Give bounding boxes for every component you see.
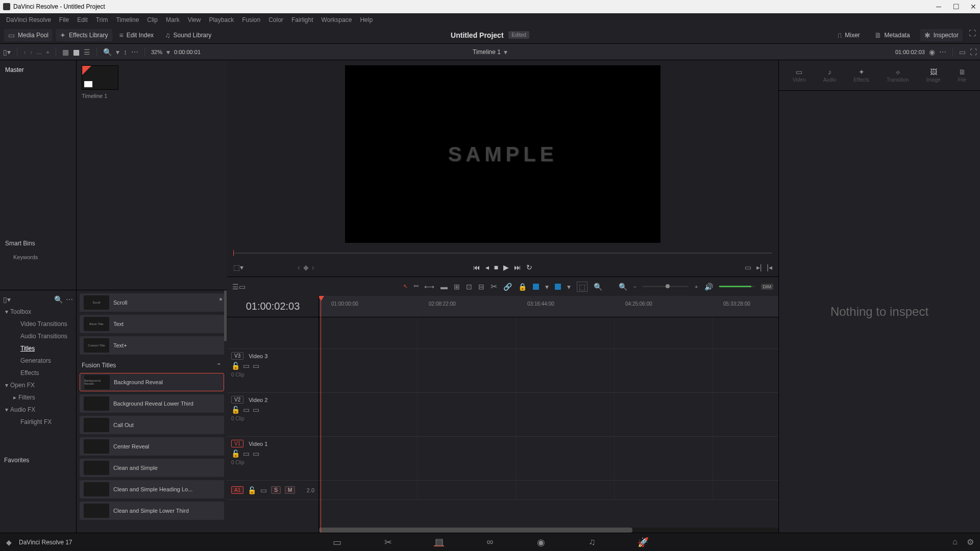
openfx-node[interactable]: ▾Open FX bbox=[0, 379, 76, 391]
nav-fwd-icon[interactable]: › bbox=[30, 48, 33, 56]
cut-page-button[interactable]: ✂ bbox=[383, 538, 393, 546]
zoom-slider[interactable] bbox=[643, 286, 689, 287]
inspector-tab-transition[interactable]: ⟐Transition bbox=[887, 68, 909, 83]
effects-library-button[interactable]: ✦Effects Library bbox=[56, 29, 112, 41]
fx-item-bg-reveal-lower[interactable]: Background Reveal Lower Third bbox=[80, 394, 224, 413]
menu-mark[interactable]: Mark bbox=[162, 16, 184, 23]
solo-button[interactable]: S bbox=[271, 486, 281, 494]
insert-icon[interactable]: ⊞ bbox=[454, 283, 460, 291]
inspector-tab-audio[interactable]: ♪Audio bbox=[823, 68, 837, 83]
effects-node[interactable]: Effects bbox=[0, 367, 76, 379]
track-body-v2[interactable] bbox=[319, 393, 778, 437]
next-edit-icon[interactable]: ▸| bbox=[756, 263, 762, 271]
favorite-star-icon[interactable]: ★ bbox=[218, 296, 223, 302]
fx-panel-icon[interactable]: ▯▾ bbox=[3, 295, 11, 304]
deliver-page-button[interactable]: 🚀 bbox=[638, 538, 648, 546]
audio-transitions-node[interactable]: Audio Transitions bbox=[0, 330, 76, 342]
match-frame-next-icon[interactable]: › bbox=[312, 263, 314, 271]
audiofx-node[interactable]: ▾Audio FX bbox=[0, 404, 76, 416]
menu-view[interactable]: View bbox=[184, 16, 205, 23]
menu-edit[interactable]: Edit bbox=[73, 16, 92, 23]
timeline-name[interactable]: Timeline 1 bbox=[473, 48, 501, 56]
viewer-zoom[interactable]: 32% bbox=[151, 49, 162, 55]
home-button[interactable]: ⌂ bbox=[952, 537, 958, 547]
fx-item-call-out[interactable]: Call Out bbox=[80, 416, 224, 434]
fx-search-icon[interactable]: 🔍 bbox=[54, 295, 63, 304]
track-disable-icon[interactable]: ▭ bbox=[253, 406, 259, 414]
timeline-hscroll[interactable] bbox=[319, 528, 778, 533]
overwrite-icon[interactable]: ⊡ bbox=[466, 283, 472, 291]
fusion-titles-section[interactable]: Fusion Titles bbox=[82, 362, 116, 370]
menu-fusion[interactable]: Fusion bbox=[238, 16, 264, 23]
filters-node[interactable]: ▸Filters bbox=[0, 391, 76, 404]
lock-audio-icon[interactable]: 🔓 bbox=[248, 486, 256, 494]
first-frame-button[interactable]: ⏮ bbox=[473, 263, 480, 271]
track-body-a1[interactable] bbox=[319, 481, 778, 500]
maximize-button[interactable]: ☐ bbox=[952, 3, 960, 11]
grid-view-icon[interactable]: ▦ bbox=[73, 48, 80, 56]
track-body-v1[interactable] bbox=[319, 437, 778, 481]
prev-frame-button[interactable]: ◂ bbox=[485, 263, 489, 271]
fx-item-text-plus[interactable]: Custom TitleText+ bbox=[80, 336, 224, 355]
selection-tool-icon[interactable]: ↖ bbox=[403, 283, 408, 290]
menu-fairlight[interactable]: Fairlight bbox=[287, 16, 317, 23]
flag-dropdown-icon[interactable]: ▾ bbox=[545, 283, 549, 291]
keywords-bin[interactable]: Keywords bbox=[5, 251, 71, 263]
menu-color[interactable]: Color bbox=[264, 16, 287, 23]
fx-more-icon[interactable]: ⋯ bbox=[66, 295, 73, 304]
lock-icon[interactable]: 🔒 bbox=[518, 283, 527, 291]
fx-item-text[interactable]: Basic TitleText bbox=[80, 315, 224, 333]
trim-tool-icon[interactable]: ⎶ bbox=[414, 283, 418, 291]
match-frame-icon[interactable]: ◆ bbox=[303, 263, 309, 271]
scrubber-playhead-icon[interactable] bbox=[233, 250, 234, 256]
expand-viewer-icon[interactable]: ⛶ bbox=[970, 48, 977, 56]
edit-index-button[interactable]: ≡Edit Index bbox=[115, 29, 158, 41]
bypass-icon[interactable]: ◉ bbox=[929, 48, 935, 56]
sound-library-button[interactable]: ♫Sound Library bbox=[161, 29, 215, 41]
auto-select-icon[interactable]: ▭ bbox=[243, 362, 250, 370]
zoom-dropdown-icon[interactable]: ▾ bbox=[166, 48, 170, 56]
menu-file[interactable]: File bbox=[55, 16, 73, 23]
bin-view-icon[interactable]: ▯▾ bbox=[3, 48, 11, 56]
speaker-icon[interactable]: 🔊 bbox=[704, 283, 713, 291]
fairlight-page-button[interactable]: ♫ bbox=[587, 538, 597, 546]
fx-item-center-reveal[interactable]: Center Reveal bbox=[80, 437, 224, 456]
edit-page-button[interactable]: ▤ bbox=[434, 538, 444, 546]
zoom-in-button[interactable]: + bbox=[695, 284, 698, 290]
replace-icon[interactable]: ⊟ bbox=[478, 283, 484, 291]
inspector-tab-video[interactable]: ▭Video bbox=[793, 68, 805, 83]
match-frame-prev-icon[interactable]: ‹ bbox=[298, 263, 300, 271]
lock-track-icon[interactable]: 🔓 bbox=[231, 449, 240, 458]
metadata-button[interactable]: 🗎Metadata bbox=[870, 29, 914, 41]
track-body-v3[interactable] bbox=[319, 349, 778, 393]
more-icon[interactable]: ⋯ bbox=[131, 48, 138, 56]
snapping-icon[interactable]: ⬚ bbox=[577, 282, 587, 292]
menu-timeline[interactable]: Timeline bbox=[112, 16, 143, 23]
fusion-page-button[interactable]: ∞ bbox=[485, 538, 495, 546]
chevron-up-icon[interactable]: ⌃ bbox=[216, 362, 222, 370]
auto-select-icon[interactable]: ▭ bbox=[243, 406, 250, 414]
media-pool-button[interactable]: ▭Media Pool bbox=[4, 29, 53, 41]
inspector-button[interactable]: ✱Inspector bbox=[920, 29, 963, 41]
close-button[interactable]: ✕ bbox=[970, 3, 977, 11]
video-transitions-node[interactable]: Video Transitions bbox=[0, 318, 76, 330]
search-dropdown-icon[interactable]: ▾ bbox=[116, 48, 119, 56]
fx-item-scroll[interactable]: ScrollScroll bbox=[80, 293, 224, 312]
fullscreen-icon[interactable]: ⛶ bbox=[969, 29, 976, 41]
timeline-view-options-icon[interactable]: ☰▭ bbox=[232, 283, 246, 291]
media-page-button[interactable]: ▭ bbox=[332, 538, 342, 546]
play-button[interactable]: ▶ bbox=[503, 263, 509, 271]
fx-item-clean-heading[interactable]: Clean and Simple Heading Lo... bbox=[80, 480, 224, 498]
generators-node[interactable]: Generators bbox=[0, 355, 76, 367]
matchframe-icon[interactable]: ▭ bbox=[745, 263, 751, 271]
track-disable-icon[interactable]: ▭ bbox=[253, 449, 259, 458]
nav-back-icon[interactable]: ‹ bbox=[23, 48, 26, 56]
fx-item-clean-simple[interactable]: Clean and Simple bbox=[80, 459, 224, 477]
zoom-search-icon[interactable]: 🔍 bbox=[594, 283, 602, 291]
track-header-v2[interactable]: V2Video 2 🔓▭▭ 0 Clip bbox=[227, 393, 318, 437]
auto-select-audio-icon[interactable]: ▭ bbox=[260, 486, 267, 494]
viewer-scrubber[interactable] bbox=[227, 248, 778, 258]
zoom-tool-icon[interactable]: 🔍 bbox=[619, 283, 627, 291]
mute-button[interactable]: M bbox=[285, 486, 295, 494]
razor-icon[interactable]: ✂ bbox=[491, 282, 497, 291]
